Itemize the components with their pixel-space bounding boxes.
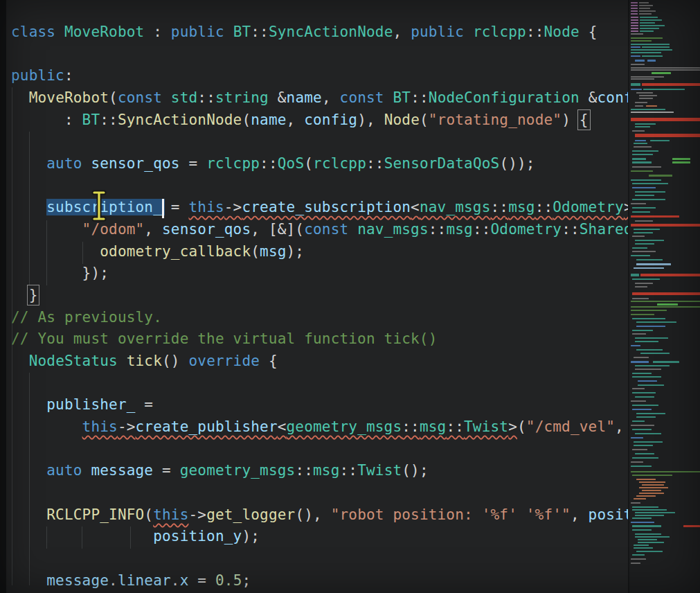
minimap-row xyxy=(629,140,700,141)
code-line[interactable]: auto sensor_qos = rclcpp::QoS(rclcpp::Se… xyxy=(0,153,628,175)
code-line[interactable]: } xyxy=(0,285,628,307)
code-token: . xyxy=(171,572,180,589)
minimap-row xyxy=(629,437,700,439)
minimap[interactable] xyxy=(628,0,700,593)
minimap-bar xyxy=(639,98,653,99)
code-token: // You must override the virtual functio… xyxy=(11,330,438,347)
minimap-bar xyxy=(631,78,654,80)
code-token: rclcpp xyxy=(473,24,526,40)
code-line[interactable] xyxy=(0,439,628,461)
code-token: ( xyxy=(304,155,313,172)
code-line[interactable]: MoveRobot(const std::string &name, const… xyxy=(0,87,628,109)
code-token: // As previously. xyxy=(11,309,162,326)
minimap-row xyxy=(629,445,700,446)
code-token: msg xyxy=(420,418,446,435)
minimap-bar xyxy=(632,211,650,213)
minimap-bar xyxy=(634,545,649,546)
minimap-bar xyxy=(631,25,638,26)
code-token: -> xyxy=(188,506,206,523)
minimap-bar xyxy=(635,533,661,535)
minimap-bar xyxy=(631,19,638,21)
code-token: SyncActionNode xyxy=(118,112,242,128)
code-line[interactable]: : BT::SyncActionNode(name, config), Node… xyxy=(0,109,628,132)
minimap-row xyxy=(629,487,700,488)
minimap-bar xyxy=(636,495,656,497)
minimap-bar xyxy=(632,421,645,422)
code-line[interactable]: publisher_ = xyxy=(0,394,628,416)
code-line[interactable]: "/odom", sensor_qos, [&](const nav_msgs:… xyxy=(0,219,628,241)
minimap-row xyxy=(629,502,700,504)
minimap-bar xyxy=(632,525,661,527)
minimap-bar xyxy=(650,140,670,141)
code-lines[interactable]: class MoveRobot : public BT::SyncActionN… xyxy=(0,21,628,592)
minimap-bar xyxy=(631,558,646,560)
minimap-bar xyxy=(632,376,661,378)
code-line[interactable]: // As previously. xyxy=(0,307,628,329)
code-token: :: xyxy=(366,155,384,172)
minimap-bar xyxy=(632,207,656,209)
minimap-bar xyxy=(631,471,700,472)
minimap-row xyxy=(629,533,700,535)
minimap-row xyxy=(629,8,700,9)
minimap-bar xyxy=(636,413,665,414)
code-line[interactable] xyxy=(0,548,628,570)
code-token: linear xyxy=(118,572,171,589)
code-token xyxy=(11,89,29,106)
minimap-row xyxy=(629,17,700,18)
code-line[interactable]: NodeStatus tick() override { xyxy=(0,351,628,373)
code-line[interactable]: // You must override the virtual functio… xyxy=(0,328,628,351)
code-token: BT xyxy=(233,24,251,40)
minimap-bar xyxy=(632,529,652,531)
code-line[interactable]: this->create_publisher<geometry_msgs::ms… xyxy=(0,416,628,439)
minimap-row xyxy=(629,215,700,218)
minimap-row xyxy=(629,274,700,276)
minimap-bar xyxy=(639,10,656,12)
minimap-row xyxy=(629,158,700,160)
code-token: auto xyxy=(46,155,82,172)
code-line[interactable]: class MoveRobot : public BT::SyncActionN… xyxy=(0,21,628,44)
code-token xyxy=(11,287,29,303)
code-line[interactable]: public: xyxy=(0,65,628,87)
minimap-row xyxy=(629,240,700,241)
minimap-row xyxy=(629,388,700,389)
code-line[interactable]: odometry_callback(msg); xyxy=(0,241,628,263)
code-token xyxy=(11,572,46,589)
minimap-bar xyxy=(631,22,638,24)
code-line[interactable]: }); xyxy=(0,263,628,285)
minimap-bar xyxy=(642,55,663,57)
minimap-bar xyxy=(639,95,657,96)
code-token: < xyxy=(278,418,287,435)
minimap-bar xyxy=(683,525,700,527)
minimap-row xyxy=(629,536,700,538)
minimap-row xyxy=(629,369,700,370)
code-token: :: xyxy=(429,221,447,238)
code-line[interactable]: message.linear.x = 0.5; xyxy=(0,570,628,592)
minimap-row xyxy=(629,283,700,284)
minimap-bar xyxy=(631,461,643,463)
code-line[interactable]: auto message = geometry_msgs::msg::Twist… xyxy=(0,460,628,482)
minimap-bar xyxy=(635,396,654,398)
code-line[interactable] xyxy=(0,482,628,504)
code-line[interactable] xyxy=(0,131,628,153)
code-token xyxy=(11,243,100,260)
minimap-row xyxy=(629,102,700,103)
code-token xyxy=(118,353,127,369)
minimap-bar xyxy=(635,283,653,284)
code-area[interactable]: class MoveRobot : public BT::SyncActionN… xyxy=(0,0,628,593)
mouse-cursor-ibeam-icon xyxy=(91,190,107,222)
minimap-row xyxy=(629,251,700,252)
code-token: :: xyxy=(446,418,464,435)
code-token: :: xyxy=(491,199,509,215)
code-line[interactable]: position_y); xyxy=(0,526,628,548)
code-token: const xyxy=(304,221,348,238)
minimap-bar xyxy=(639,13,652,15)
code-token: this xyxy=(82,418,118,435)
code-line[interactable] xyxy=(0,373,628,395)
minimap-bar xyxy=(631,69,700,71)
minimap-row xyxy=(629,376,700,378)
code-token: std xyxy=(171,89,197,106)
code-line[interactable]: RCLCPP_INFO(this->get_logger(), "robot p… xyxy=(0,504,628,526)
minimap-bar xyxy=(631,118,700,121)
code-line[interactable] xyxy=(0,44,628,66)
minimap-bar xyxy=(631,274,639,276)
